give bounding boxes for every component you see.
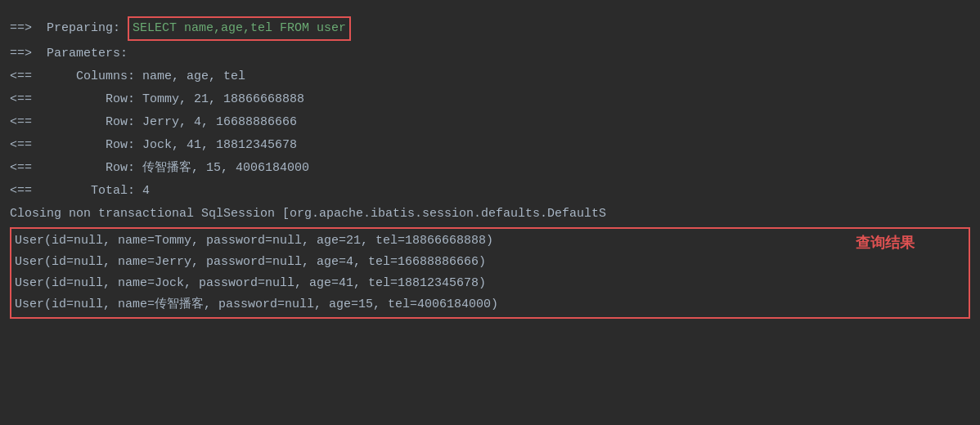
query-result-annotation: 查询结果	[856, 233, 915, 253]
row-chinese-line: <== Row: 传智播客, 15, 4006184000	[0, 157, 980, 180]
preparing-line: ==> Preparing: SELECT name,age,tel FROM …	[0, 15, 980, 42]
result-row-2: User(id=null, name=Jerry, password=null,…	[15, 252, 965, 273]
row-value-2: Jerry, 4, 16688886666	[142, 113, 297, 132]
result-row-1: User(id=null, name=Tommy, password=null,…	[15, 230, 965, 252]
row-label-4: <== Row:	[10, 159, 142, 178]
row-value-1: Tommy, 21, 18866668888	[142, 90, 304, 110]
total-line: <== Total: 4	[0, 180, 980, 203]
row-jock-line: <== Row: Jock, 41, 18812345678	[0, 134, 980, 157]
row-label-2: <== Row:	[10, 113, 142, 132]
parameters-line: ==> Parameters:	[0, 42, 980, 65]
arrow-right-icon: ==> Preparing:	[10, 19, 128, 38]
total-value: 4	[142, 181, 150, 201]
columns-line: <== Columns: name, age, tel	[0, 65, 980, 88]
closing-line: Closing non transactional SqlSession [or…	[0, 203, 980, 226]
closing-text: Closing non transactional SqlSession [or…	[10, 204, 606, 224]
row-value-4: 传智播客, 15, 4006184000	[142, 159, 309, 178]
row-jerry-line: <== Row: Jerry, 4, 16688886666	[0, 111, 980, 134]
result-box: User(id=null, name=Tommy, password=null,…	[10, 227, 970, 319]
console-output: ==> Preparing: SELECT name,age,tel FROM …	[0, 8, 980, 417]
sql-query: SELECT name,age,tel FROM user	[128, 16, 351, 41]
row-tommy-line: <== Row: Tommy, 21, 18866668888	[0, 88, 980, 111]
columns-value: name, age, tel	[142, 67, 245, 87]
total-label: <== Total:	[10, 181, 142, 201]
row-label-3: <== Row:	[10, 136, 142, 155]
result-row-3: User(id=null, name=Jock, password=null, …	[15, 273, 965, 294]
parameters-label: ==> Parameters:	[10, 44, 128, 64]
result-row-4: User(id=null, name=传智播客, password=null, …	[15, 294, 965, 315]
row-label-1: <== Row:	[10, 90, 142, 110]
columns-label: <== Columns:	[10, 67, 142, 87]
row-value-3: Jock, 41, 18812345678	[142, 136, 297, 155]
